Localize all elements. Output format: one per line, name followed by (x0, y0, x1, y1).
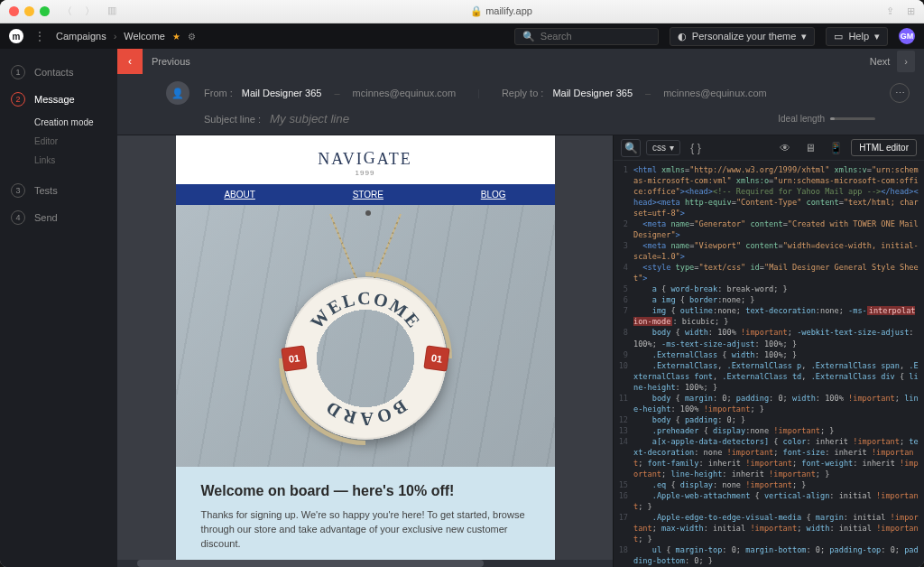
code-line[interactable]: 8 body { width: 100% !important; -webkit… (614, 327, 924, 349)
from-email[interactable]: mcinnes@equinux.com (353, 88, 457, 98)
code-line[interactable]: 14 a[x-apple-data-detectors] { color: in… (614, 436, 924, 479)
browser-tabs-icon[interactable]: ⊞ (907, 5, 915, 17)
breadcrumb: Campaigns › Welcome ★ ⚙ (56, 31, 196, 42)
lifebuoy-graphic: WELCOME BOARD 01 (284, 277, 447, 440)
code-line[interactable]: 10 .ExternalClass, .ExternalClass p, .Ex… (614, 360, 924, 393)
subject-input[interactable] (270, 112, 769, 125)
email-hero-image: WELCOME BOARD 01 (176, 205, 555, 467)
previous-button-icon[interactable]: ‹ (117, 49, 143, 74)
previous-label[interactable]: Previous (143, 56, 199, 67)
email-preview-pane: NAVIGATE 1999 ABOUT STORE BLOG (117, 135, 613, 567)
mobile-view-button[interactable]: 📱 (826, 139, 845, 157)
from-label: From : (204, 88, 233, 98)
preview-eye-button[interactable]: 👁 (775, 139, 795, 157)
next-button[interactable]: Next › (861, 51, 924, 72)
email-body-text: Thanks for signing up. We're so happy yo… (201, 508, 530, 552)
email-nav-store[interactable]: STORE (353, 190, 383, 200)
horizontal-scrollbar[interactable] (117, 560, 613, 567)
close-window-button[interactable] (9, 6, 19, 16)
code-line[interactable]: 13 .preheader { display:none !important;… (614, 425, 924, 436)
sidebar-sub-editor[interactable]: Editor (0, 135, 117, 148)
sender-avatar: 👤 (166, 81, 189, 105)
svg-text:BOARD: BOARD (319, 396, 411, 429)
code-language-select[interactable]: css▾ (646, 140, 680, 155)
browser-url[interactable]: 🔒 mailify.app (116, 5, 886, 17)
code-line[interactable]: 3 <meta name="Viewport" content="width=d… (614, 240, 924, 262)
code-line[interactable]: 15 .eq { display: none !important; } (614, 479, 924, 490)
flag-right: 01 (423, 345, 449, 371)
code-line[interactable]: 18 ul { margin-top: 0; margin-bottom: 0;… (614, 544, 924, 566)
app-topbar: m ⋮ Campaigns › Welcome ★ ⚙ 🔍 ◐ Personal… (0, 23, 924, 49)
help-button[interactable]: ▭ Help ▾ (826, 27, 888, 46)
email-headline: Welcome on board — here's 10% off! (201, 483, 530, 499)
code-line[interactable]: 11 body { margin: 0; padding: 0; width: … (614, 393, 924, 414)
breadcrumb-welcome[interactable]: Welcome (124, 31, 165, 42)
search-input[interactable]: 🔍 (514, 28, 659, 45)
email-brand: NAVIGATE 1999 (176, 135, 555, 184)
sidebar-item-send[interactable]: 4Send (0, 207, 117, 228)
code-line[interactable]: 7 img { outline:none; text-decoration:no… (614, 305, 924, 327)
chevron-down-icon: ▾ (874, 31, 880, 42)
svg-text:WELCOME: WELCOME (306, 288, 424, 332)
code-line[interactable]: 4 <style type="text/css" id="Mail Design… (614, 262, 924, 284)
sidebar-item-message[interactable]: 2Message (0, 88, 117, 110)
from-name[interactable]: Mail Designer 365 (242, 88, 322, 98)
code-line[interactable]: 16 .Apple-web-attachment { vertical-alig… (614, 490, 924, 512)
search-icon: 🔍 (522, 31, 535, 42)
more-options-button[interactable]: ⋯ (890, 83, 910, 103)
app-logo[interactable]: m (9, 29, 23, 43)
browser-back-icon[interactable]: 〈 (62, 5, 72, 18)
reply-label: Reply to : (502, 88, 543, 98)
browser-sidebar-icon[interactable]: ▥ (107, 5, 116, 18)
minimize-window-button[interactable] (24, 6, 34, 16)
email-nav: ABOUT STORE BLOG (176, 184, 555, 205)
theme-icon: ◐ (678, 31, 687, 42)
code-editor-body[interactable]: 1<html xmlns="http://www.w3.org/1999/xht… (614, 161, 924, 567)
sidebar-sub-creation-mode[interactable]: Creation mode (0, 116, 117, 129)
code-line[interactable]: 1<html xmlns="http://www.w3.org/1999/xht… (614, 164, 924, 218)
help-icon: ▭ (834, 31, 843, 42)
reply-name[interactable]: Mail Designer 365 (552, 88, 633, 98)
settings-icon[interactable]: ⚙ (188, 32, 196, 42)
maximize-window-button[interactable] (40, 6, 50, 16)
reply-email[interactable]: mcinnes@equinux.com (663, 88, 767, 98)
code-line[interactable]: 12 body { padding: 0; } (614, 414, 924, 425)
app-menu-icon[interactable]: ⋮ (34, 30, 45, 42)
browser-forward-icon[interactable]: 〉 (85, 5, 95, 18)
code-line[interactable]: 5 a { word-break: break-word; } (614, 284, 924, 294)
chevron-down-icon: ▾ (801, 31, 807, 42)
flag-left: 01 (281, 345, 307, 371)
mac-titlebar: 〈 〉 ▥ 🔒 mailify.app ⇪ ⊞ (0, 0, 924, 23)
breadcrumb-campaigns[interactable]: Campaigns (56, 31, 106, 42)
chevron-right-icon: › (897, 51, 915, 72)
favorite-icon[interactable]: ★ (172, 32, 180, 42)
code-line[interactable]: 17 .Apple-edge-to-edge-visual-media { ma… (614, 512, 924, 544)
browser-share-icon[interactable]: ⇪ (886, 5, 894, 17)
subject-label: Subject line : (204, 114, 261, 125)
html-editor-button[interactable]: HTML editor (851, 139, 917, 156)
code-braces-button[interactable]: { } (686, 139, 706, 157)
code-line[interactable]: 9 .ExternalClass { width: 100%; } (614, 349, 924, 360)
email-body-section: Welcome on board — here's 10% off! Thank… (176, 467, 555, 560)
personalize-theme-button[interactable]: ◐ Personalize your theme ▾ (670, 27, 816, 46)
code-line[interactable]: 2 <meta name="Generator" content="Create… (614, 218, 924, 240)
ideal-length-indicator: Ideal length (778, 114, 875, 124)
sidebar-item-tests[interactable]: 3Tests (0, 180, 117, 201)
email-nav-blog[interactable]: BLOG (481, 190, 506, 200)
sidebar: 1Contacts 2Message Creation mode Editor … (0, 49, 117, 567)
sidebar-item-contacts[interactable]: 1Contacts (0, 61, 117, 83)
code-editor-pane: 🔍 css▾ { } 👁 🖥 📱 HTML editor 1<html xmln… (613, 135, 924, 567)
avatar[interactable]: GM (899, 28, 915, 44)
sidebar-sub-links[interactable]: Links (0, 153, 117, 167)
code-line[interactable]: 6 a img { border:none; } (614, 294, 924, 305)
desktop-view-button[interactable]: 🖥 (800, 139, 820, 157)
email-nav-about[interactable]: ABOUT (224, 190, 254, 200)
code-search-button[interactable]: 🔍 (621, 139, 641, 157)
